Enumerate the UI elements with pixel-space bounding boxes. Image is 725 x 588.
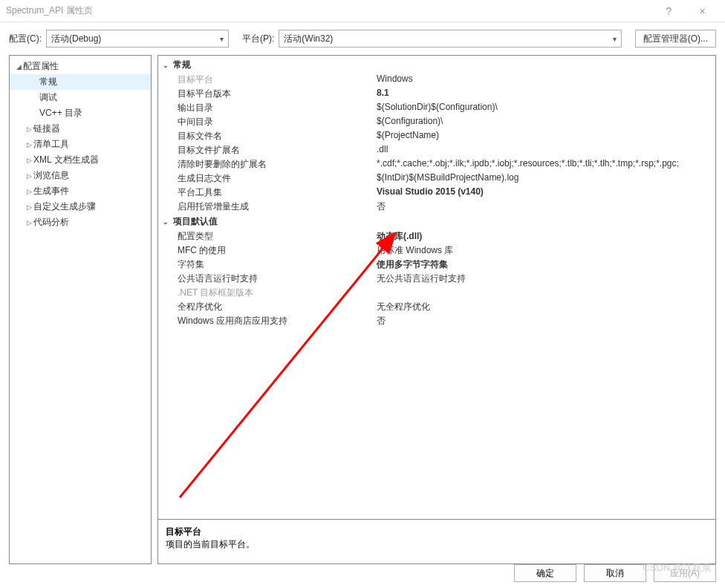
config-combo[interactable]: 活动(Debug) ▾ [46,30,229,48]
help-button[interactable]: ? [652,0,686,22]
config-combo-value: 活动(Debug) [51,33,101,45]
property-value[interactable]: 动态库(.dll) [377,230,715,243]
config-label: 配置(C): [9,33,42,45]
category-tree[interactable]: ◢ 配置属性 常规调试VC++ 目录▷链接器▷清单工具▷XML 文档生成器▷浏览… [9,55,152,564]
tree-item[interactable]: ▷自定义生成步骤 [10,199,151,215]
group-label: 常规 [173,59,191,71]
window-title: Spectrum_API 属性页 [6,4,652,17]
property-value[interactable]: 8.1 [377,88,715,100]
platform-combo[interactable]: 活动(Win32) ▾ [279,30,621,48]
property-row[interactable]: 中间目录$(Configuration)\ [158,115,715,129]
tree-item-label: XML 文档生成器 [33,154,99,166]
property-row[interactable]: 目标平台Windows [158,73,715,87]
tree-item-label: 链接器 [33,122,60,135]
toolbar: 配置(C): 活动(Debug) ▾ 平台(P): 活动(Win32) ▾ 配置… [0,22,725,55]
property-row[interactable]: 公共语言运行时支持无公共语言运行时支持 [158,272,715,286]
property-row[interactable]: 目标文件名$(ProjectName) [158,129,715,143]
tree-item-label: 自定义生成步骤 [33,200,96,213]
platform-label: 平台(P): [242,33,274,45]
property-name: 中间目录 [178,116,377,128]
property-row[interactable]: 全程序优化无全程序优化 [158,300,715,314]
property-value[interactable]: $(SolutionDir)$(Configuration)\ [377,102,715,114]
tree-item[interactable]: ▷清单工具 [10,137,151,152]
tree-item-label: 常规 [39,76,57,88]
property-name: 全程序优化 [178,301,377,313]
property-name: 目标文件扩展名 [178,144,377,157]
caret-down-icon: ◢ [14,63,23,71]
property-row[interactable]: .NET 目标框架版本 [158,286,715,300]
title-bar: Spectrum_API 属性页 ? × [0,0,725,22]
property-value[interactable]: $(Configuration)\ [377,116,715,128]
property-value[interactable]: 用标准 Windows 库 [377,244,715,257]
tree-item-label: 浏览信息 [33,169,69,182]
property-group-header[interactable]: ⌄常规 [158,57,715,73]
property-row[interactable]: 输出目录$(SolutionDir)$(Configuration)\ [158,101,715,115]
description-body: 项目的当前目标平台。 [166,538,708,551]
tree-item[interactable]: 调试 [10,90,151,105]
property-row[interactable]: 字符集使用多字节字符集 [158,258,715,272]
property-row[interactable]: 平台工具集Visual Studio 2015 (v140) [158,186,715,200]
tree-item[interactable]: 常规 [10,74,151,90]
property-name: 目标文件名 [178,130,377,143]
chevron-down-icon: ▾ [220,35,224,43]
property-row[interactable]: 启用托管增量生成否 [158,200,715,214]
property-value[interactable]: *.cdf;*.cache;*.obj;*.ilk;*.ipdb;*.iobj;… [377,158,715,171]
caret-right-icon: ▷ [25,172,33,180]
chevron-down-icon: ▾ [613,35,617,43]
property-value[interactable]: 否 [377,200,715,213]
property-row[interactable]: 清除时要删除的扩展名*.cdf;*.cache;*.obj;*.ilk;*.ip… [158,157,715,172]
caret-right-icon: ▷ [25,188,33,195]
tree-item[interactable]: ▷生成事件 [10,183,151,199]
property-name: 启用托管增量生成 [178,200,377,213]
property-value[interactable]: Windows [377,74,715,86]
property-value[interactable]: Visual Studio 2015 (v140) [377,186,715,199]
tree-item-label: 清单工具 [33,138,69,151]
tree-item[interactable]: VC++ 目录 [10,105,151,121]
config-manager-button[interactable]: 配置管理器(O)... [635,30,716,48]
caret-down-icon: ⌄ [163,218,173,226]
tree-item[interactable]: ▷浏览信息 [10,168,151,183]
close-button[interactable]: × [686,0,719,22]
property-row[interactable]: 配置类型动态库(.dll) [158,229,715,244]
property-grid[interactable]: ⌄常规目标平台Windows目标平台版本8.1输出目录$(SolutionDir… [158,56,715,519]
property-value[interactable] [377,287,715,299]
caret-right-icon: ▷ [25,203,33,211]
property-row[interactable]: 生成日志文件$(IntDir)$(MSBuildProjectName).log [158,172,715,186]
description-title: 目标平台 [166,526,708,538]
property-name: 生成日志文件 [178,172,377,185]
tree-root[interactable]: ◢ 配置属性 [10,59,151,74]
property-value[interactable]: 否 [377,315,715,327]
group-label: 项目默认值 [173,215,218,228]
property-name: 平台工具集 [178,186,377,199]
dialog-footer: 确定 取消 应用(A) [0,564,725,588]
tree-item[interactable]: ▷链接器 [10,121,151,137]
property-row[interactable]: 目标平台版本8.1 [158,87,715,101]
property-group-header[interactable]: ⌄项目默认值 [158,214,715,229]
property-name: MFC 的使用 [178,244,377,257]
property-row[interactable]: MFC 的使用 用标准 Windows 库 [158,244,715,258]
property-row[interactable]: Windows 应用商店应用支持否 [158,314,715,328]
ok-button[interactable]: 确定 [514,564,576,582]
property-value[interactable]: .dll [377,144,715,157]
property-name: 配置类型 [178,230,377,243]
property-value[interactable]: $(IntDir)$(MSBuildProjectName).log [377,172,715,185]
property-row[interactable]: 目标文件扩展名.dll [158,143,715,157]
property-value[interactable]: 无全程序优化 [377,301,715,313]
tree-item-label: VC++ 目录 [39,107,82,120]
tree-item-label: 生成事件 [33,185,69,197]
property-name: 字符集 [178,258,377,271]
property-value[interactable]: $(ProjectName) [377,130,715,143]
property-name: 公共语言运行时支持 [178,272,377,285]
property-name: .NET 目标框架版本 [178,287,377,299]
tree-item[interactable]: ▷XML 文档生成器 [10,152,151,168]
property-name: 目标平台 [178,74,377,86]
platform-combo-value: 活动(Win32) [284,33,333,45]
tree-item[interactable]: ▷代码分析 [10,215,151,230]
property-name: 输出目录 [178,102,377,114]
caret-right-icon: ▷ [25,141,33,148]
property-value[interactable]: 使用多字节字符集 [377,258,715,271]
cancel-button[interactable]: 取消 [584,564,646,582]
property-value[interactable]: 无公共语言运行时支持 [377,272,715,285]
tree-item-label: 代码分析 [33,216,69,229]
property-name: 目标平台版本 [178,88,377,100]
